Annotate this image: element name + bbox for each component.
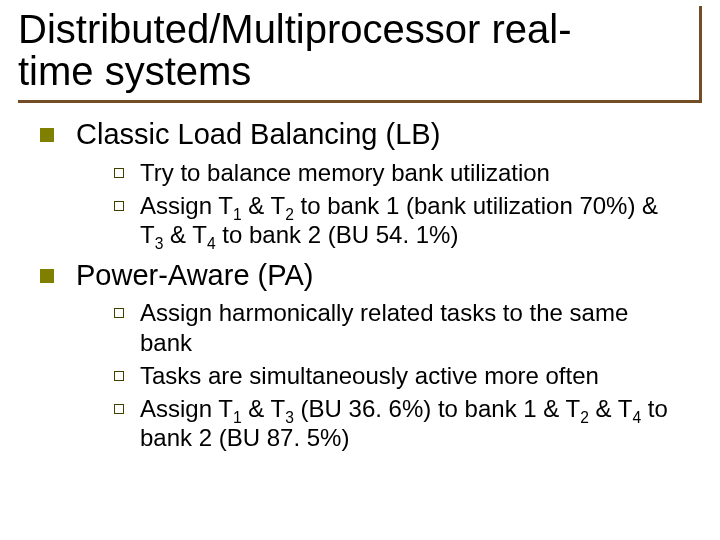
frag: (BU 36. 6%) to bank 1 & T bbox=[294, 395, 580, 422]
subscript: 2 bbox=[580, 409, 589, 426]
bullet-lb-1: Try to balance memory bank utilization bbox=[114, 158, 684, 187]
section-power-aware: Power-Aware (PA) bbox=[40, 258, 702, 293]
frag: Assign T bbox=[140, 192, 233, 219]
bullet-pa-2: Tasks are simultaneously active more oft… bbox=[114, 361, 684, 390]
bullet-pa-3: Assign T1 & T3 (BU 36. 6%) to bank 1 & T… bbox=[114, 394, 684, 453]
section-heading: Classic Load Balancing (LB) bbox=[76, 118, 440, 150]
section-classic-lb: Classic Load Balancing (LB) bbox=[40, 117, 702, 152]
frag: & T bbox=[589, 395, 633, 422]
title-line-2: time systems bbox=[18, 49, 251, 93]
slide: Distributed/Multiprocessor real- time sy… bbox=[0, 0, 720, 540]
bullet-text: Assign harmonically related tasks to the… bbox=[140, 299, 628, 355]
subscript: 4 bbox=[633, 409, 642, 426]
frag: Assign T bbox=[140, 395, 233, 422]
frag: & T bbox=[242, 395, 286, 422]
slide-title: Distributed/Multiprocessor real- time sy… bbox=[18, 6, 702, 103]
frag: to bank 2 (BU 54. 1%) bbox=[216, 221, 459, 248]
bullet-text: Try to balance memory bank utilization bbox=[140, 159, 550, 186]
subscript: 4 bbox=[207, 235, 216, 252]
bullet-pa-1: Assign harmonically related tasks to the… bbox=[114, 298, 684, 357]
section-heading: Power-Aware (PA) bbox=[76, 259, 313, 291]
bullet-text: Tasks are simultaneously active more oft… bbox=[140, 362, 599, 389]
bullet-lb-2: Assign T1 & T2 to bank 1 (bank utilizati… bbox=[114, 191, 684, 250]
frag: & T bbox=[163, 221, 207, 248]
title-line-1: Distributed/Multiprocessor real- bbox=[18, 7, 572, 51]
frag: & T bbox=[242, 192, 286, 219]
